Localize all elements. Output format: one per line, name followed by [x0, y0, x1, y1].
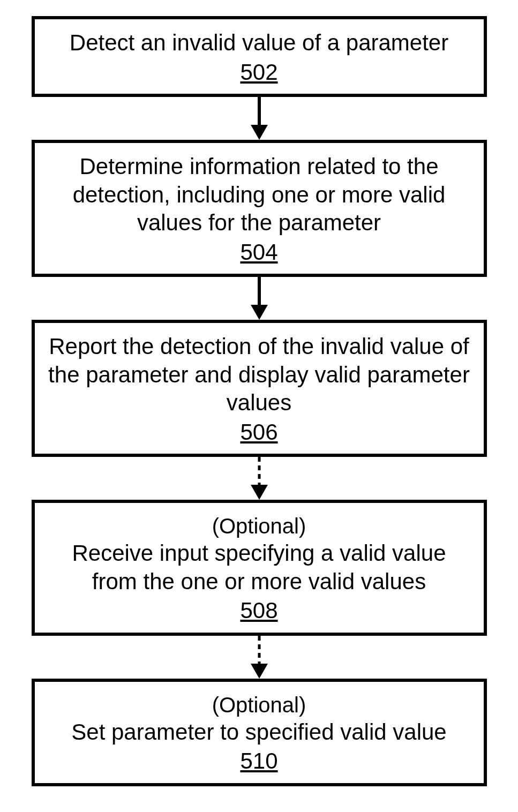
arrow-down-icon: [243, 97, 275, 140]
optional-tag: (Optional): [48, 691, 471, 718]
arrow-down-dashed-icon: [243, 636, 275, 679]
svg-marker-5: [251, 485, 268, 500]
step-box-506: Report the detection of the invalid valu…: [32, 320, 487, 457]
arrow-down-icon: [243, 277, 275, 320]
step-number: 506: [240, 418, 277, 447]
step-box-502: Detect an invalid value of a parameter 5…: [32, 16, 487, 97]
step-text: Set parameter to specified valid value: [48, 718, 471, 747]
connector-3: [32, 457, 487, 500]
step-box-508: (Optional) Receive input specifying a va…: [32, 500, 487, 636]
step-number: 508: [240, 597, 277, 625]
svg-marker-3: [251, 305, 268, 320]
arrow-down-dashed-icon: [243, 457, 275, 500]
optional-tag: (Optional): [48, 513, 471, 539]
flowchart-container: Detect an invalid value of a parameter 5…: [0, 0, 518, 808]
connector-4: [32, 636, 487, 679]
step-box-510: (Optional) Set parameter to specified va…: [32, 679, 487, 786]
svg-marker-7: [251, 664, 268, 679]
step-text: Report the detection of the invalid valu…: [48, 333, 471, 417]
step-text: Determine information related to the det…: [48, 153, 471, 237]
connector-1: [32, 97, 487, 140]
step-number: 504: [240, 238, 277, 267]
connector-2: [32, 277, 487, 320]
step-text: Detect an invalid value of a parameter: [48, 29, 471, 57]
step-number: 502: [240, 58, 277, 87]
step-text: Receive input specifying a valid value f…: [48, 539, 471, 596]
step-number: 510: [240, 747, 277, 776]
svg-marker-1: [251, 125, 268, 140]
step-box-504: Determine information related to the det…: [32, 140, 487, 277]
